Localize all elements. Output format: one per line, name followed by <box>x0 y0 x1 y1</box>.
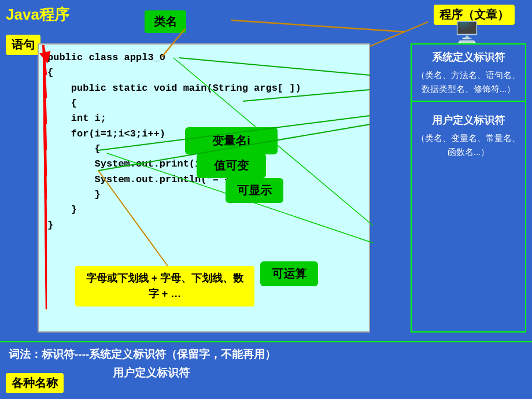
user-identifier-content: （类名、变量名、常量名、函数名...） <box>416 131 520 159</box>
callout-varname: 变量名i <box>185 127 278 154</box>
bottom-text1: 词法：标识符----系统定义标识符（保留字，不能再用） <box>9 347 523 362</box>
bottom-area: 词法：标识符----系统定义标识符（保留字，不能再用） 用户定义标识符 <box>0 341 532 399</box>
callout-operable: 可运算 <box>260 261 318 286</box>
right-panel: 系统定义标识符 （类名、方法名、语句名、数据类型名、修饰符...） 用户定义标识… <box>411 43 526 332</box>
java-title: Java程序 <box>6 5 69 25</box>
svg-line-14 <box>231 20 405 32</box>
sentence-label: 语句 <box>6 35 40 55</box>
user-identifier-section: 用户定义标识符 （类名、变量名、常量名、函数名...） <box>412 108 525 164</box>
system-identifier-title: 系统定义标识符 <box>416 49 520 66</box>
bottom-text2: 用户定义标识符 <box>9 365 523 380</box>
system-identifier-content: （类名、方法名、语句名、数据类型名、修饰符...） <box>416 68 520 96</box>
computer-icon: 🖥️ <box>454 20 480 45</box>
classname-label: 类名 <box>145 10 186 33</box>
callout-naming: 字母或下划线 + 字母、下划线、数字 + … <box>75 266 254 306</box>
svg-line-22 <box>370 22 428 46</box>
bottom-label: 各种名称 <box>6 373 64 393</box>
callout-display: 可显示 <box>226 178 283 203</box>
system-identifier-section: 系统定义标识符 （类名、方法名、语句名、数据类型名、修饰符...） <box>412 45 525 102</box>
user-identifier-title: 用户定义标识符 <box>416 112 520 129</box>
callout-mutable: 值可变 <box>197 153 266 178</box>
